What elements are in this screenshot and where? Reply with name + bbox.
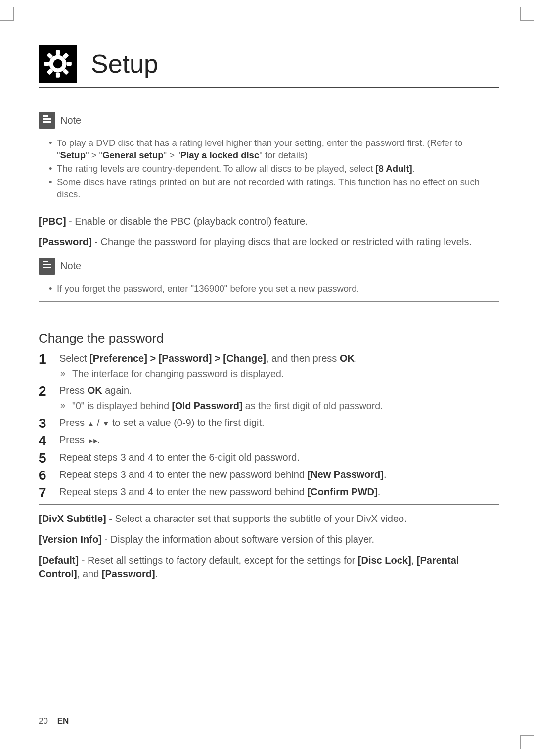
step-2: Press OK again. "0" is displayed behind … — [39, 383, 499, 413]
step-4: Press . — [39, 433, 499, 447]
step-5: Repeat steps 3 and 4 to enter the 6-digi… — [39, 450, 499, 465]
page-title: Setup — [91, 49, 158, 79]
note-icon — [39, 112, 55, 129]
divider — [39, 317, 499, 317]
crop-mark-br — [520, 735, 534, 749]
note-icon — [39, 258, 55, 275]
note-body-box: If you forget the password, enter "13690… — [39, 280, 499, 302]
note1-item-3: Some discs have ratings printed on but a… — [48, 176, 492, 201]
note-header: Note — [39, 110, 499, 134]
step-3: Press / to set a value (0-9) to the firs… — [39, 416, 499, 430]
divider-thin — [39, 504, 499, 505]
gear-icon — [39, 45, 77, 83]
footer: 20 EN — [39, 716, 69, 726]
step-1-sub: The interface for changing password is d… — [59, 367, 499, 380]
para-password: [Password] - Change the password for pla… — [39, 235, 499, 249]
up-arrow-icon — [88, 417, 94, 428]
step-7: Repeat steps 3 and 4 to enter the new pa… — [39, 485, 499, 499]
para-default: [Default] - Reset all settings to factor… — [39, 553, 499, 581]
page-language: EN — [57, 716, 69, 726]
svg-rect-3 — [44, 62, 49, 66]
step-1: Select [Preference] > [Password] > [Chan… — [39, 351, 499, 380]
note-label: Note — [60, 260, 81, 272]
gear-svg — [44, 49, 72, 78]
note-block-2: Note If you forget the password, enter "… — [39, 256, 499, 302]
step-6: Repeat steps 3 and 4 to enter the new pa… — [39, 468, 499, 482]
para-divx: [DivX Subtitle] - Select a character set… — [39, 512, 499, 525]
note-body-box: To play a DVD disc that has a rating lev… — [39, 134, 499, 207]
fast-forward-icon — [88, 434, 97, 445]
note-label: Note — [60, 115, 81, 126]
section-title: Change the password — [39, 331, 499, 346]
note1-item-2: The rating levels are country-dependent.… — [48, 163, 492, 175]
header-row: Setup — [39, 45, 499, 88]
steps-list: Select [Preference] > [Password] > [Chan… — [39, 351, 499, 500]
note-block-1: Note To play a DVD disc that has a ratin… — [39, 110, 499, 207]
note-header: Note — [39, 256, 499, 280]
crop-mark-tl — [0, 7, 14, 21]
para-pbc: [PBC] - Enable or disable the PBC (playb… — [39, 214, 499, 228]
crop-mark-tr — [520, 7, 534, 21]
down-arrow-icon — [102, 417, 109, 428]
step-2-sub: "0" is displayed behind [Old Password] a… — [59, 399, 499, 413]
para-version: [Version Info] - Display the information… — [39, 532, 499, 546]
note1-item-1: To play a DVD disc that has a rating lev… — [48, 137, 492, 162]
svg-rect-4 — [66, 62, 71, 66]
svg-point-9 — [54, 60, 62, 68]
svg-rect-1 — [56, 50, 60, 55]
note2-item-1: If you forget the password, enter "13690… — [48, 283, 492, 295]
svg-rect-2 — [56, 72, 60, 77]
page-number: 20 — [39, 716, 48, 726]
